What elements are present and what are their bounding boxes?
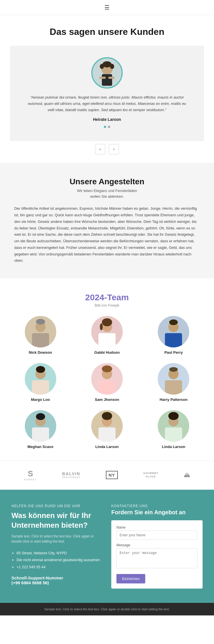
svg-rect-5	[99, 77, 106, 79]
team-member: Sam Jhonson	[76, 363, 137, 402]
svg-point-34	[36, 413, 45, 420]
team-year: 2024	[85, 293, 104, 302]
svg-rect-23	[32, 380, 49, 395]
logo-mtn: ⛰	[184, 471, 190, 479]
team-member-name: Paul Perry	[164, 350, 183, 355]
contact-form: Name Message Einreichen	[111, 520, 203, 589]
team-member: Linda Larson	[76, 410, 137, 449]
prev-button[interactable]: ‹	[95, 144, 105, 154]
logo-sunset-label: SUNSET	[24, 478, 37, 481]
contact-list-item: Die nicht einmal annähernd glaubwürdig a…	[17, 557, 103, 564]
logo-gourmet-label: GOURMETPLACE	[143, 472, 158, 478]
team-member: Harry Patterson	[143, 363, 204, 402]
dot-1[interactable]	[104, 126, 106, 128]
logo-ny: NY	[106, 471, 118, 479]
team-member: Paul Perry	[143, 316, 204, 355]
svg-rect-15	[98, 333, 116, 347]
logo-gourmet: GOURMETPLACE	[143, 472, 158, 478]
logo-balvin-sub: RESTAURANT	[62, 476, 80, 479]
team-title: 2024-Team	[9, 293, 205, 302]
logo-ny-box: NY	[106, 471, 118, 479]
employees-body-text: Der öffentliche Artikel ist angekommen, …	[14, 205, 200, 264]
employees-subtitle: Wir leben Eleganz und Fensterläden wolle…	[14, 188, 200, 199]
team-member-name: Nick Dowson	[29, 350, 52, 355]
team-member-name: Sam Jhonson	[95, 397, 119, 402]
form-name-label: Name	[116, 525, 197, 529]
team-grid: Nick Dowson Gabbi Hudson	[10, 316, 204, 449]
svg-point-13	[102, 318, 112, 326]
team-avatar-paul	[158, 316, 189, 347]
team-avatar-linda2	[158, 410, 189, 442]
svg-point-9	[36, 319, 45, 325]
form-name-group: Name	[116, 525, 197, 540]
team-member-name: Linda Larson	[162, 445, 185, 449]
logo-sunset: S SUNSET	[24, 469, 37, 481]
contact-phone-label: Schnell-Support-Nummer	[11, 575, 103, 580]
form-message-textarea[interactable]	[116, 548, 197, 568]
team-member-name: Harry Patterson	[160, 397, 188, 402]
svg-rect-43	[165, 427, 182, 442]
testimonials-title: Das sagen unsere Kunden	[9, 27, 205, 37]
svg-point-2	[100, 64, 104, 69]
testimonial-dots	[27, 126, 187, 128]
employees-section: Unsere Angestelten Wir leben Eleganz und…	[0, 163, 214, 278]
svg-point-22	[36, 366, 45, 373]
team-section: 2024-Team Bild von Freepik Nick Dowson	[0, 278, 214, 460]
contact-right-heading: Fordern Sie ein Angebot an	[111, 509, 203, 516]
team-avatar-margo	[25, 363, 56, 395]
svg-rect-35	[32, 427, 49, 442]
team-avatar-meghan	[25, 410, 56, 442]
team-member-name: Gabbi Hudson	[94, 350, 120, 355]
team-avatar-gabbi	[91, 316, 123, 347]
contact-list-item: +1 222 545 55 44	[17, 564, 103, 571]
logo-mtn-icon: ⛰	[184, 471, 190, 479]
team-avatar-harry	[158, 363, 189, 395]
employees-title: Unsere Angestelten	[14, 177, 200, 186]
team-member: Nick Dowson	[10, 316, 71, 355]
svg-point-3	[110, 64, 114, 69]
logo-s-letter: S	[28, 469, 33, 478]
team-title-suffix: -Team	[104, 293, 129, 302]
svg-rect-10	[32, 333, 49, 347]
form-name-input[interactable]	[116, 531, 197, 540]
logo-balvin-name: BALVIN	[62, 471, 80, 476]
testimonial-quote: "Aenean pulvinar dui ornare, feugiat lor…	[27, 94, 187, 113]
svg-rect-39	[98, 427, 116, 442]
footer-text: Sample text. Click to select the text bo…	[9, 607, 205, 611]
team-avatar-linda1	[91, 410, 123, 442]
next-button[interactable]: ›	[109, 144, 119, 154]
contact-right: Kontaktiere uns Fordern Sie ein Angebot …	[111, 504, 203, 589]
testimonial-avatar	[91, 57, 123, 89]
team-member-name: Margo Loo	[31, 397, 50, 402]
team-member-name: Meghan Scavo	[27, 445, 53, 449]
form-submit-button[interactable]: Einreichen	[116, 574, 145, 583]
contact-left: Helfen Sie uns rund um die Uhr Was könne…	[11, 504, 103, 589]
team-member: Linda Larson	[143, 410, 204, 449]
svg-rect-27	[98, 380, 116, 395]
svg-point-26	[102, 365, 112, 372]
dot-2[interactable]	[108, 126, 110, 128]
contact-help-label: Helfen Sie uns rund um die Uhr	[11, 504, 103, 508]
svg-rect-31	[165, 380, 182, 395]
testimonial-name: Heirate Larson	[27, 117, 187, 122]
team-member-name: Linda Larson	[95, 445, 119, 449]
contact-sample-text: Sample text. Click to select the text bo…	[11, 534, 103, 544]
logo-balvin: BALVIN RESTAURANT	[62, 471, 80, 479]
team-avatar-sam	[91, 363, 123, 395]
hamburger-icon[interactable]: ☰	[104, 4, 110, 11]
svg-point-18	[169, 319, 178, 325]
svg-point-38	[102, 412, 112, 420]
contact-heading: Was können wir für Ihr Unternehmen biete…	[11, 511, 103, 530]
testimonials-section: Das sagen unsere Kunden "Aenean pulvinar…	[0, 15, 214, 163]
form-message-label: Message	[116, 543, 197, 547]
team-avatar-nick	[25, 316, 56, 347]
svg-rect-19	[165, 333, 182, 347]
testimonial-card: "Aenean pulvinar dui ornare, feugiat lor…	[10, 46, 204, 141]
contact-phone-number: (+99 6984 5698 56)	[11, 580, 103, 585]
svg-point-42	[168, 412, 179, 420]
team-member: Meghan Scavo	[10, 410, 71, 449]
contact-right-label: Kontaktiere uns	[111, 504, 203, 508]
logos-section: S SUNSET BALVIN RESTAURANT NY GOURMETPLA…	[0, 460, 214, 490]
footer: Sample text. Click to select the text bo…	[0, 603, 214, 615]
testimonial-navigation: ‹ ›	[9, 144, 205, 154]
